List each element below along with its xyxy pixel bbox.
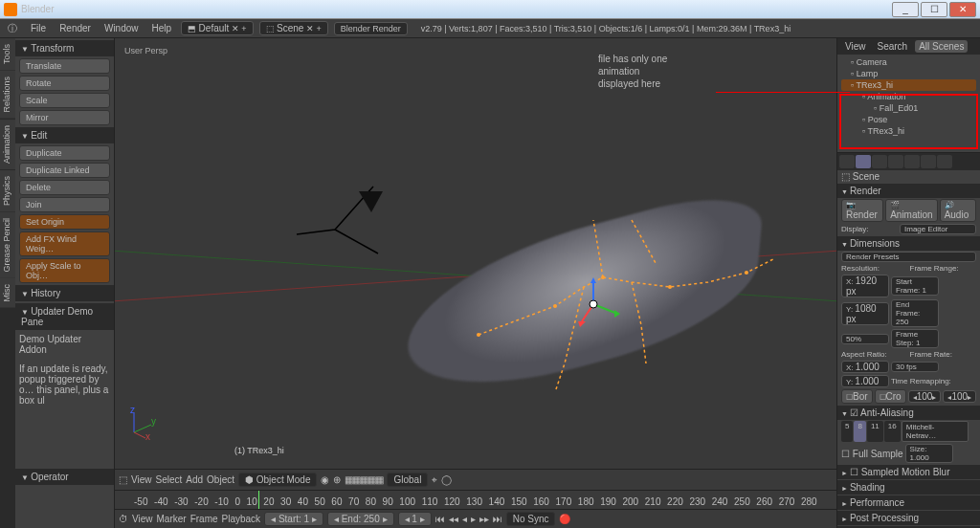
outliner-view[interactable]: View xyxy=(841,40,870,53)
mode-dropdown[interactable]: ⬢ Object Mode xyxy=(238,473,317,487)
outliner-item[interactable]: ▫ Camera xyxy=(841,56,976,68)
res-pct-input[interactable]: 50% xyxy=(841,334,889,344)
sync-dropdown[interactable]: No Sync xyxy=(506,512,556,526)
aa-header[interactable]: ☑ Anti-Aliasing xyxy=(837,406,980,420)
vp-menu-add[interactable]: Add xyxy=(186,474,203,485)
outliner-search[interactable]: Search xyxy=(874,40,912,53)
tl-view[interactable]: View xyxy=(132,514,153,524)
vp-menu-view[interactable]: View xyxy=(131,474,152,485)
frame-step-prop[interactable]: Frame Step: 1 xyxy=(891,329,939,348)
render-button[interactable]: 📷Render xyxy=(841,199,883,222)
layout-dropdown[interactable]: ⬒ Default ✕ + xyxy=(181,21,253,35)
mirror-button[interactable]: Mirror xyxy=(19,110,110,125)
rotate-button[interactable]: Rotate xyxy=(19,76,110,91)
end-frame-prop[interactable]: End Frame: 250 xyxy=(891,299,939,327)
tl-frame[interactable]: Frame xyxy=(190,514,218,524)
layers-widget[interactable]: ▦▦▦▦▦ xyxy=(345,474,383,485)
translate-button[interactable]: Translate xyxy=(19,58,110,74)
vp-menu-select[interactable]: Select xyxy=(156,474,183,485)
info-icon[interactable]: ⓘ xyxy=(4,21,21,36)
res-x-input[interactable]: X: 1920 px xyxy=(841,275,889,297)
tab-tools[interactable]: Tools xyxy=(0,38,15,70)
scale-button[interactable]: Scale xyxy=(19,93,110,108)
menu-file[interactable]: File xyxy=(27,22,50,34)
set-origin-button[interactable]: Set Origin xyxy=(19,214,110,230)
breadcrumb[interactable]: ⬚ Scene xyxy=(841,171,880,182)
timeline-area[interactable]: -50-40-30-20-100102030405060708090100110… xyxy=(115,490,836,509)
pivot-icon[interactable]: ⊕ xyxy=(333,474,341,485)
tab-misc[interactable]: Misc xyxy=(0,278,15,308)
join-button[interactable]: Join xyxy=(19,197,110,212)
duplicate-button[interactable]: Duplicate xyxy=(19,145,110,161)
vp-menu-object[interactable]: Object xyxy=(207,474,234,485)
panel-operator-header[interactable]: Operator xyxy=(15,469,114,485)
end-frame-input[interactable]: ◂ End: 250 ▸ xyxy=(327,512,394,526)
editor-type-icon[interactable]: ⬚ xyxy=(119,474,127,485)
jump-start-icon[interactable]: ⏮ xyxy=(435,514,445,524)
play-icon[interactable]: ▸ xyxy=(471,514,476,524)
remap-old[interactable]: ◂100▸ xyxy=(908,390,942,403)
aa-samples[interactable]: 581116Mitchell-Netrav… xyxy=(837,420,980,443)
current-frame-input[interactable]: ◂ 1 ▸ xyxy=(398,512,432,526)
menu-render[interactable]: Render xyxy=(56,22,95,34)
start-frame-prop[interactable]: Start Frame: 1 xyxy=(891,276,939,296)
dimensions-header[interactable]: Dimensions xyxy=(837,236,980,251)
menu-help[interactable]: Help xyxy=(148,22,176,34)
shading-icon[interactable]: ◉ xyxy=(321,474,329,485)
scene-dropdown[interactable]: ⬚ Scene ✕ + xyxy=(259,21,328,35)
panel-edit-header[interactable]: Edit xyxy=(15,127,114,143)
tab-grease-pencil[interactable]: Grease Pencil xyxy=(0,212,15,278)
animation-button[interactable]: 🎬Animation xyxy=(885,199,937,222)
duplicate-linked-button[interactable]: Duplicate Linked xyxy=(19,163,110,178)
remap-new[interactable]: ◂100▸ xyxy=(943,390,976,403)
camera-widget[interactable] xyxy=(287,182,392,270)
next-key-icon[interactable]: ▸▸ xyxy=(479,514,489,524)
panel-updater-header[interactable]: Updater Demo Pane xyxy=(15,303,114,330)
tab-relations[interactable]: Relations xyxy=(0,71,15,119)
start-frame-input[interactable]: ◂ Start: 1 ▸ xyxy=(264,512,323,526)
panel-history-header[interactable]: History xyxy=(15,285,114,301)
engine-dropdown[interactable]: Blender Render xyxy=(334,22,408,35)
render-presets[interactable]: Render Presets xyxy=(841,252,976,262)
maximize-button[interactable]: ☐ xyxy=(921,2,947,17)
tab-animation[interactable]: Animation xyxy=(0,120,15,169)
aspect-y[interactable]: Y: 1.000 xyxy=(841,375,889,387)
shading-header[interactable]: Shading xyxy=(837,480,980,495)
fps-dropdown[interactable]: 30 fps xyxy=(891,362,939,372)
display-dropdown[interactable]: Image Editor xyxy=(900,224,976,234)
aa-size[interactable]: Size: 1.000 xyxy=(905,444,953,463)
tab-physics[interactable]: Physics xyxy=(0,170,15,211)
outliner-item[interactable]: ▫ TRex3_hi xyxy=(841,79,976,91)
border-toggle[interactable]: ☐Bor xyxy=(841,389,873,404)
prev-key-icon[interactable]: ◂◂ xyxy=(449,514,458,524)
close-button[interactable]: ✕ xyxy=(949,2,976,17)
armature-overlay[interactable] xyxy=(440,210,804,402)
minimize-button[interactable]: _ xyxy=(892,2,919,17)
timeline-icon[interactable]: ⏱ xyxy=(119,514,128,524)
render-header[interactable]: Render xyxy=(837,184,980,198)
properties-tabs[interactable] xyxy=(837,153,980,170)
viewport-3d[interactable]: User Persp zyx (1) TRex3_hi ⬚ View Selec… xyxy=(115,38,836,528)
apply-scale-button[interactable]: Apply Scale to Obj… xyxy=(19,258,110,283)
crop-toggle[interactable]: ☐Cro xyxy=(875,389,906,404)
performance-header[interactable]: Performance xyxy=(837,495,980,510)
tl-marker[interactable]: Marker xyxy=(157,514,187,524)
snap-icon[interactable]: ⌖ xyxy=(432,474,437,486)
motion-blur-header[interactable]: ☐ Sampled Motion Blur xyxy=(837,465,980,479)
proportional-icon[interactable]: ◯ xyxy=(441,474,452,485)
autokey-icon[interactable]: 🔴 xyxy=(559,514,570,524)
aspect-x[interactable]: X: 1.000 xyxy=(841,361,889,373)
res-y-input[interactable]: Y: 1080 px xyxy=(841,302,889,325)
menu-window[interactable]: Window xyxy=(100,22,143,34)
panel-transform-header[interactable]: Transform xyxy=(15,40,114,56)
jump-end-icon[interactable]: ⏭ xyxy=(493,514,502,524)
postproc-header[interactable]: Post Processing xyxy=(837,511,980,525)
add-fx-wind-button[interactable]: Add FX Wind Weig… xyxy=(19,231,110,256)
outliner-all-scenes[interactable]: All Scenes xyxy=(915,40,968,53)
delete-button[interactable]: Delete xyxy=(19,180,110,195)
audio-button[interactable]: 🔊Audio xyxy=(940,199,976,222)
play-rev-icon[interactable]: ◂ xyxy=(462,514,467,524)
outliner-item[interactable]: ▫ Lamp xyxy=(841,68,976,79)
tl-playback[interactable]: Playback xyxy=(222,514,261,524)
orientation-dropdown[interactable]: Global xyxy=(387,473,428,487)
